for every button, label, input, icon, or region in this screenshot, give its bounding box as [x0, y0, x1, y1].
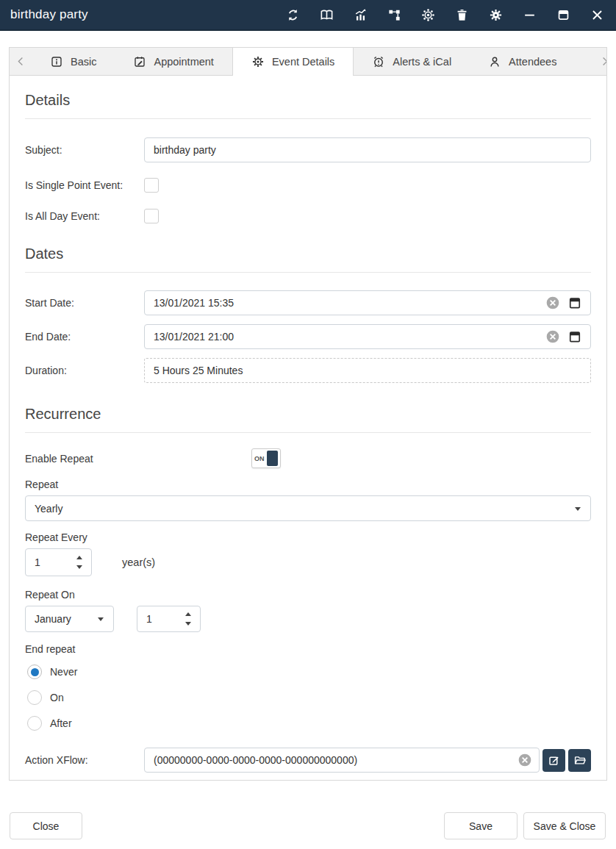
action-xflow-field [144, 748, 540, 773]
clear-circle-icon [545, 295, 560, 310]
start-date-row: Start Date: [25, 290, 591, 315]
stepper-up-icon[interactable] [76, 556, 82, 559]
action-xflow-clear-button[interactable] [517, 753, 532, 767]
info-icon [50, 55, 63, 68]
gear-icon [489, 8, 503, 22]
chevron-down-icon [575, 507, 581, 511]
repeat-select[interactable]: Yearly [25, 495, 591, 521]
start-date-clear-button[interactable] [545, 295, 560, 310]
book-icon [320, 8, 334, 22]
single-point-checkbox[interactable] [144, 178, 159, 193]
repeat-selected-value: Yearly [35, 503, 62, 515]
toggle-knob [267, 451, 278, 466]
radio-on-label: On [50, 692, 64, 703]
start-date-picker-button[interactable] [567, 295, 582, 310]
repeat-every-unit: year(s) [122, 556, 155, 568]
stepper-up-icon[interactable] [185, 612, 191, 616]
gear-icon [251, 55, 265, 68]
subject-input[interactable] [144, 137, 591, 162]
tab-attendees[interactable]: Attendees [470, 48, 575, 75]
action-xflow-input[interactable] [144, 748, 540, 773]
all-day-label: Is All Day Event: [25, 210, 144, 222]
tab-basic[interactable]: Basic [32, 48, 115, 75]
all-day-row: Is All Day Event: [25, 209, 591, 223]
chevron-right-icon [599, 56, 607, 67]
end-repeat-option-never: Never [27, 664, 591, 679]
all-day-checkbox[interactable] [144, 209, 159, 223]
close-button[interactable] [590, 8, 604, 22]
workflow-icon [387, 8, 401, 22]
subject-label: Subject: [25, 144, 144, 156]
radio-never-label: Never [50, 666, 77, 678]
tabs-scroll-left-button[interactable] [10, 48, 32, 75]
radio-never[interactable] [27, 664, 42, 679]
section-heading-dates: Dates [25, 246, 591, 273]
tab-alerts-ical[interactable]: Alerts & iCal [354, 48, 470, 75]
end-date-clear-button[interactable] [545, 329, 560, 344]
repeat-on-month-select[interactable]: January [25, 606, 114, 632]
clear-circle-icon [517, 753, 532, 767]
tab-event-details[interactable]: Event Details [232, 48, 354, 76]
minimize-button[interactable] [523, 8, 537, 22]
radio-after-label: After [50, 717, 72, 729]
log-button[interactable] [320, 8, 334, 22]
close-dialog-button[interactable]: Close [10, 812, 82, 839]
minimize-icon [523, 8, 537, 22]
end-date-row: End Date: [25, 324, 591, 349]
statistics-button[interactable] [354, 8, 368, 22]
enable-repeat-toggle[interactable]: ON [251, 448, 281, 468]
tab-label: Attendees [509, 56, 556, 68]
settings-button[interactable] [489, 8, 503, 22]
titlebar-actions [286, 8, 604, 22]
calendar-icon [567, 295, 582, 310]
folder-icon [573, 753, 587, 767]
toggle-state-label: ON [254, 455, 267, 462]
refresh-button[interactable] [286, 8, 300, 22]
titlebar: birthday party [0, 0, 616, 31]
refresh-icon [286, 8, 300, 22]
trash-icon [455, 8, 469, 22]
action-xflow-browse-button[interactable] [568, 749, 591, 772]
person-icon [488, 55, 501, 68]
end-date-picker-button[interactable] [567, 329, 582, 344]
flow-button[interactable] [387, 8, 401, 22]
repeat-on-label: Repeat On [25, 589, 591, 601]
tab-appointment[interactable]: Appointment [115, 48, 232, 75]
maximize-button[interactable] [556, 8, 570, 22]
calendar-icon [567, 329, 582, 344]
start-date-label: Start Date: [25, 297, 144, 309]
tab-next-partial[interactable]: C [575, 48, 593, 75]
delete-button[interactable] [455, 8, 469, 22]
tabs-scroll-right-button[interactable] [593, 48, 607, 75]
save-button[interactable]: Save [444, 812, 517, 839]
stepper-down-icon[interactable] [185, 622, 191, 626]
end-date-input[interactable] [144, 324, 591, 349]
enable-repeat-row: Enable Repeat ON [25, 448, 591, 468]
repeat-every-stepper[interactable]: 1 [25, 548, 92, 576]
day-selected-value: 1 [146, 613, 152, 625]
end-repeat-option-on: On [27, 690, 591, 705]
stepper-down-icon[interactable] [76, 565, 82, 569]
cog-flower-icon [421, 8, 435, 22]
repeat-every-label: Repeat Every [25, 531, 591, 543]
stepper-arrows [185, 606, 191, 631]
end-date-label: End Date: [25, 331, 144, 343]
action-xflow-edit-button[interactable] [542, 749, 565, 772]
dialog-footer: Close Save Save & Close [10, 812, 606, 839]
duration-row: Duration: 5 Hours 25 Minutes [25, 358, 591, 383]
services-button[interactable] [421, 8, 435, 22]
action-xflow-group [144, 748, 591, 773]
repeat-on-day-stepper[interactable]: 1 [137, 606, 201, 632]
repeat-every-row: 1 year(s) [25, 548, 591, 576]
action-xflow-row: Action XFlow: [25, 748, 591, 773]
radio-after[interactable] [27, 716, 42, 731]
save-and-close-button[interactable]: Save & Close [523, 812, 606, 839]
tab-label: Appointment [154, 56, 213, 68]
edit-icon [548, 753, 561, 767]
radio-on[interactable] [27, 690, 42, 705]
event-editor-window: Basic Appointment Event Details [9, 47, 607, 781]
chevron-down-icon [98, 617, 104, 621]
single-point-label: Is Single Point Event: [25, 179, 144, 191]
start-date-input[interactable] [144, 290, 591, 315]
clear-circle-icon [545, 329, 560, 344]
